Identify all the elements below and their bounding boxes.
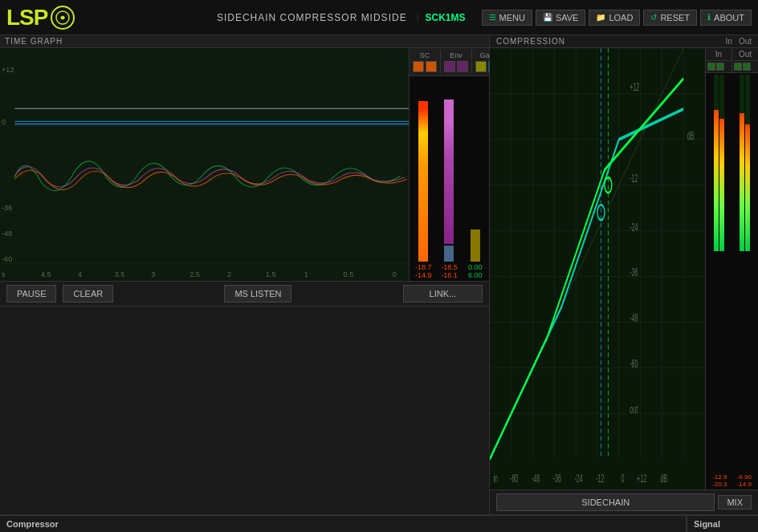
load-button[interactable]: 📁 LOAD <box>589 10 640 26</box>
svg-text:-36: -36 <box>2 203 12 212</box>
in-meter-l-fill <box>714 110 719 251</box>
svg-text:-48: -48 <box>2 229 12 238</box>
env-bar-2 <box>444 246 454 262</box>
plugin-title: SIDECHAIN COMPRESSOR MIDSIDE <box>217 12 407 23</box>
ms-listen-button[interactable]: MS LISTEN <box>224 285 291 303</box>
in-indicators <box>706 61 732 72</box>
svg-text:-24: -24 <box>630 220 638 234</box>
clear-button[interactable]: CLEAR <box>63 285 113 303</box>
save-icon: 💾 <box>543 13 552 22</box>
in-meter-r-fill <box>719 119 724 251</box>
out-meter-r-fill <box>745 124 750 251</box>
waveform-svg: +12 0 -36 -48 -60 s 4.5 4 3.5 3 2.5 2 1.… <box>0 48 409 281</box>
save-button[interactable]: 💾 SAVE <box>536 10 586 26</box>
svg-text:1: 1 <box>304 269 308 278</box>
signal-section: Signal Input 0.00dB Output 0.00dB <box>686 516 758 532</box>
sc-meter: -18.7 -14.9 <box>411 78 435 279</box>
svg-text:-48: -48 <box>630 311 638 325</box>
time-graph-side: SC Env <box>409 48 489 281</box>
in-label: In <box>726 37 732 46</box>
svg-text:4: 4 <box>78 269 82 278</box>
in-out-vals: -12.9 -20.3 -9.90 -14.9 <box>706 472 758 489</box>
svg-text:dB: dB <box>687 128 695 143</box>
svg-text:-60: -60 <box>510 470 519 485</box>
svg-text:4.5: 4.5 <box>41 269 51 278</box>
in-meter-l <box>714 75 719 251</box>
sc-indicators <box>413 61 437 72</box>
time-graph: +12 0 -36 -48 -60 s 4.5 4 3.5 3 2.5 2 1.… <box>0 48 489 281</box>
in-label-header: In <box>706 48 732 60</box>
out-ind-1 <box>734 63 742 71</box>
main-layout: TIME GRAPH +12 0 -36 <box>0 35 758 514</box>
gain-ind-1 <box>475 61 487 72</box>
svg-text:-12: -12 <box>630 171 638 185</box>
compressor-section: Compressor Mode Ratio Knee Makeup Attack… <box>0 514 758 532</box>
link-button[interactable]: LINK... <box>403 285 483 303</box>
signal-title: Signal <box>687 516 758 532</box>
controls-bar: PAUSE CLEAR MS LISTEN LINK... <box>0 281 489 306</box>
out-label: Out <box>739 37 752 46</box>
logo: LSP <box>6 5 75 30</box>
out-meter-r <box>745 75 750 251</box>
pause-button[interactable]: PAUSE <box>6 285 56 303</box>
right-panel: COMPRESSION In Out <box>490 35 758 514</box>
svg-text:-36: -36 <box>630 265 638 279</box>
svg-text:dB: dB <box>661 470 668 485</box>
env-ind-2 <box>457 61 468 72</box>
sc-ind-1 <box>413 61 424 72</box>
compression-header: COMPRESSION In Out <box>490 35 758 48</box>
svg-text:0: 0 <box>621 470 624 485</box>
env-col: Env <box>441 50 472 74</box>
out-meter-l <box>740 75 744 251</box>
compression-main: in -60 -48 -36 -24 -12 0 +12 dB +12 -12 … <box>490 48 758 489</box>
env-label: Env <box>450 51 463 59</box>
menu-button[interactable]: ☰ MENU <box>482 10 532 26</box>
out-meter-vals: -9.90 -14.9 <box>737 473 752 488</box>
sidechain-button[interactable]: SIDECHAIN <box>496 493 715 511</box>
in-ind-2 <box>716 63 724 71</box>
out-ind-2 <box>743 63 751 71</box>
svg-text:0.5: 0.5 <box>344 269 354 278</box>
logo-text: LSP <box>6 5 47 30</box>
svg-text:-36: -36 <box>553 470 562 485</box>
out-meter-l-fill <box>740 113 744 251</box>
svg-text:0: 0 <box>393 269 397 278</box>
svg-text:-48: -48 <box>532 470 540 485</box>
mix-button[interactable]: MIX <box>718 495 752 510</box>
svg-text:in: in <box>493 470 498 485</box>
svg-text:3: 3 <box>151 269 155 278</box>
env-ind-1 <box>444 61 455 72</box>
svg-text:-60: -60 <box>2 254 12 263</box>
load-icon: 📁 <box>596 13 605 22</box>
sc-val-1: -18.7 <box>415 263 432 271</box>
about-button[interactable]: ℹ ABOUT <box>700 10 752 26</box>
compressor-title: Compressor <box>6 519 59 529</box>
compression-section: in -60 -48 -36 -24 -12 0 +12 dB +12 -12 … <box>490 48 705 489</box>
time-graph-label: TIME GRAPH <box>0 35 489 48</box>
time-graph-container: TIME GRAPH +12 0 -36 <box>0 35 489 307</box>
svg-text:3.5: 3.5 <box>115 269 125 278</box>
sc-bar <box>418 101 428 262</box>
compression-svg: in -60 -48 -36 -24 -12 0 +12 dB +12 -12 … <box>490 48 705 489</box>
sidechain-bar: SIDECHAIN MIX <box>490 489 758 514</box>
svg-text:-12: -12 <box>596 470 604 485</box>
svg-text:-60: -60 <box>630 356 638 371</box>
comp-header-row: Compressor <box>0 516 686 532</box>
env-val-2: -16.1 <box>441 271 458 279</box>
in-out-indicators <box>706 61 758 73</box>
gain-bar <box>471 229 480 262</box>
out-peak-1: -9.90 <box>737 473 752 481</box>
svg-text:2.5: 2.5 <box>190 269 200 278</box>
sc-col: SC <box>410 50 441 74</box>
svg-text:1.5: 1.5 <box>266 269 276 278</box>
logo-icon <box>51 6 75 30</box>
in-out-labels: In Out <box>726 37 752 46</box>
sc-ind-2 <box>426 61 437 72</box>
about-icon: ℹ <box>707 13 711 22</box>
out-peak-2: -14.9 <box>737 481 752 488</box>
out-meter-group <box>733 75 757 470</box>
compression-label: COMPRESSION <box>496 37 565 46</box>
svg-text:+12: +12 <box>637 470 646 485</box>
menu-icon: ☰ <box>489 13 496 22</box>
reset-button[interactable]: ↺ RESET <box>643 10 697 26</box>
